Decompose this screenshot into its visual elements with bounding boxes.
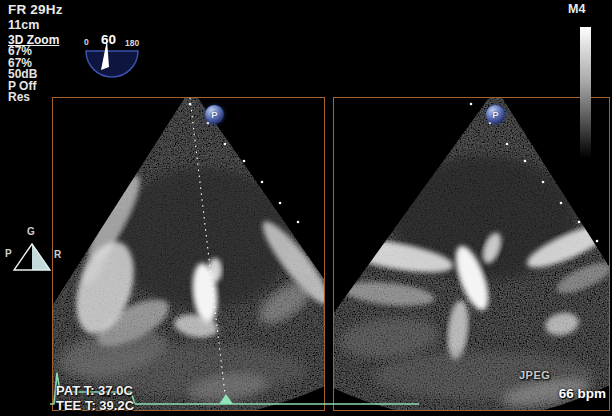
- marker-top-label: G: [27, 226, 35, 237]
- patient-temp-label: PAT T: 37.0C: [56, 384, 134, 399]
- multiplane-angle-dial: 0 60 180: [80, 33, 146, 81]
- depth-label: 11cm: [8, 18, 39, 32]
- echo-screen: FR 29Hz 11cm 3D Zoom 67% 67% 50dB P Off …: [0, 0, 612, 416]
- probe-marker-letter: P: [211, 109, 217, 120]
- probe-orientation-icon: P: [486, 105, 505, 124]
- ultrasound-panel-right: P JPEG: [333, 97, 610, 411]
- marker-left-label: P: [5, 248, 12, 259]
- transducer-label: M4: [568, 2, 585, 16]
- ultrasound-panel-left: P: [52, 97, 325, 411]
- dial-tick-0: 0: [84, 37, 89, 47]
- frame-rate-label: FR 29Hz: [8, 2, 63, 17]
- dial-tick-180: 180: [125, 38, 139, 48]
- grayscale-bar: [580, 27, 591, 158]
- ultrasound-image-left: [53, 98, 324, 410]
- dial-tick-60: 60: [101, 32, 116, 47]
- marker-right-label: R: [54, 249, 61, 260]
- heart-rate-label: 66 bpm: [559, 386, 606, 401]
- tee-temp-label: TEE T: 39.2C: [56, 399, 134, 414]
- temperature-readouts: PAT T: 37.0C TEE T: 39.2C: [56, 384, 134, 413]
- probe-marker-letter: P: [492, 109, 498, 120]
- probe-orientation-icon: P: [205, 105, 224, 124]
- ultrasound-image-right: [334, 98, 609, 410]
- jpeg-compression-label: JPEG: [519, 369, 550, 381]
- settings-panel: 3D Zoom 67% 67% 50dB P Off Res: [8, 35, 59, 103]
- probe-control-marker: G P R: [5, 226, 65, 276]
